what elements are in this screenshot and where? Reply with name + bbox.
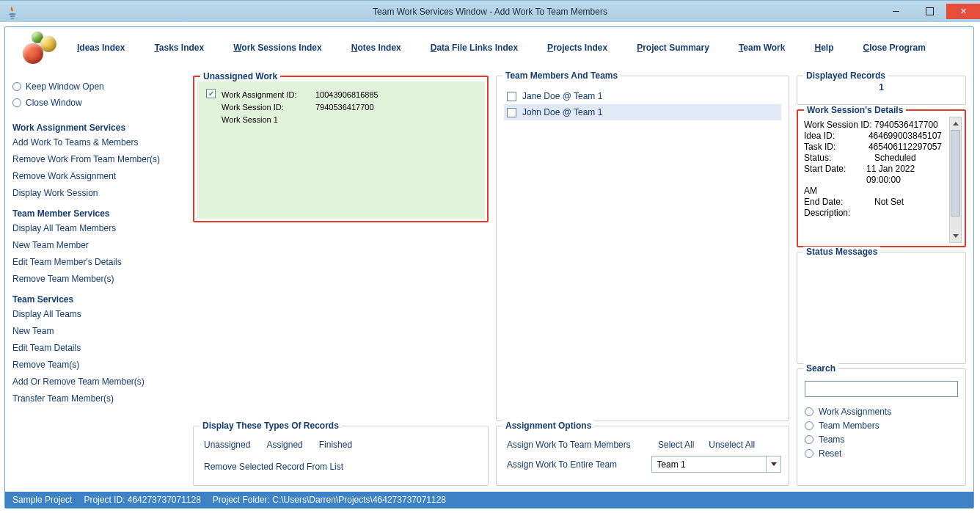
window-titlebar: Team Work Services Window - Add Work To …	[0, 0, 980, 22]
sidebar-link-display-all-team-members[interactable]: Display All Team Members	[12, 223, 186, 233]
sidebar-link-add-or-remove-team-member-s-[interactable]: Add Or Remove Team Member(s)	[12, 376, 186, 387]
status-bar: Sample Project Project ID: 4642737370711…	[5, 492, 973, 508]
menu-close-program[interactable]: Close Program	[863, 43, 925, 53]
filter-assigned[interactable]: Assigned	[266, 440, 302, 450]
menu-notes-index[interactable]: Notes Index	[351, 43, 401, 53]
remove-selected-record[interactable]: Remove Selected Record From List	[204, 462, 480, 472]
displayed-records-title: Displayed Records	[803, 70, 888, 81]
search-option-reset[interactable]: Reset	[805, 448, 958, 459]
work-item-text[interactable]: Work Assignment ID:10043906816885 Work S…	[222, 89, 379, 126]
displayed-records-panel: Displayed Records 1	[797, 76, 966, 105]
unassigned-work-panel: Unassigned Work ✔ Work Assignment ID:100…	[193, 76, 489, 222]
sidebar-link-remove-work-assignment[interactable]: Remove Work Assignment	[12, 171, 186, 181]
sidebar-link-new-team[interactable]: New Team	[12, 326, 186, 336]
team-member-name: John Doe @ Team 1	[522, 107, 602, 117]
close-window-label: Close Window	[26, 98, 82, 108]
status-messages-panel: Status Messages	[797, 252, 966, 364]
search-option-label: Work Assignments	[819, 407, 891, 417]
search-option-team-members[interactable]: Team Members	[805, 421, 958, 431]
sidebar-link-remove-team-member-s-[interactable]: Remove Team Member(s)	[12, 274, 186, 284]
search-option-label: Team Members	[819, 421, 880, 431]
team-members-panel: Team Members And Teams Jane Doe @ Team 1…	[496, 76, 789, 421]
display-types-title: Display These Types Of Records	[200, 421, 342, 431]
menu-project-summary[interactable]: Project Summary	[637, 43, 709, 53]
sidebar-link-remove-team-s-[interactable]: Remove Team(s)	[12, 360, 186, 370]
session-details-text: Work Session ID:7940536417700Idea ID:464…	[801, 117, 946, 243]
displayed-records-count: 1	[805, 82, 958, 92]
menu-ideas-index[interactable]: Ideas Index	[77, 43, 125, 53]
team-member-row[interactable]: John Doe @ Team 1	[504, 104, 781, 120]
assignment-options-panel: Assignment Options Assign Work To Team M…	[496, 426, 789, 486]
sidebar-link-edit-team-details[interactable]: Edit Team Details	[12, 343, 186, 353]
team-member-name: Jane Doe @ Team 1	[522, 91, 602, 101]
assignment-options-title: Assignment Options	[502, 421, 594, 431]
window-title: Team Work Services Window - Add Work To …	[0, 7, 980, 17]
sidebar-link-new-team-member[interactable]: New Team Member	[12, 240, 186, 250]
assign-to-team[interactable]: Assign Work To Entire Team	[507, 459, 637, 470]
team-select-value: Team 1	[652, 459, 766, 470]
select-all[interactable]: Select All	[658, 440, 694, 450]
radio-icon	[805, 407, 813, 416]
app-logo	[20, 30, 55, 65]
keep-window-open-label: Keep Window Open	[26, 81, 104, 92]
menu-projects-index[interactable]: Projects Index	[547, 43, 607, 53]
work-item-checkbox[interactable]: ✔	[206, 89, 216, 98]
search-option-work-assignments[interactable]: Work Assignments	[805, 407, 958, 417]
radio-icon	[805, 435, 813, 444]
filter-unassigned[interactable]: Unassigned	[204, 440, 250, 450]
sidebar: Keep Window Open Close Window Work Assig…	[12, 76, 186, 486]
status-messages-title: Status Messages	[803, 247, 880, 257]
assign-to-members[interactable]: Assign Work To Team Members	[507, 440, 643, 450]
chevron-down-icon[interactable]	[766, 456, 780, 472]
menu-help[interactable]: Help	[814, 43, 833, 53]
sidebar-link-remove-work-from-team-member-s-[interactable]: Remove Work From Team Member(s)	[12, 154, 186, 164]
team-members-title: Team Members And Teams	[502, 70, 621, 81]
status-project-folder: Project Folder: C:\Users\Darren\Projects…	[213, 495, 446, 505]
filter-finished[interactable]: Finished	[319, 440, 352, 450]
sidebar-link-display-work-session[interactable]: Display Work Session	[12, 188, 186, 198]
search-option-label: Teams	[819, 434, 844, 445]
scroll-up-icon[interactable]	[950, 117, 961, 130]
search-input[interactable]	[805, 381, 958, 397]
unassigned-work-title: Unassigned Work	[200, 71, 280, 81]
main-menubar: Ideas IndexTasks IndexWork Sessions Inde…	[5, 27, 973, 68]
search-panel: Search Work AssignmentsTeam MembersTeams…	[797, 368, 966, 486]
sidebar-heading: Team Services	[12, 294, 186, 305]
session-details-panel: Work Session's Details Work Session ID:7…	[797, 109, 966, 247]
menu-work-sessions-index[interactable]: Work Sessions Index	[233, 43, 322, 53]
scroll-thumb[interactable]	[951, 130, 960, 217]
keep-window-open-radio[interactable]: Keep Window Open	[12, 81, 186, 92]
team-member-checkbox[interactable]	[507, 92, 516, 101]
sidebar-link-transfer-team-member-s-[interactable]: Transfer Team Member(s)	[12, 393, 186, 404]
sidebar-heading: Team Member Services	[12, 208, 186, 219]
session-scrollbar[interactable]	[949, 117, 962, 243]
radio-icon	[805, 449, 813, 458]
search-title: Search	[803, 363, 838, 374]
status-project-name: Sample Project	[12, 495, 72, 505]
session-details-title: Work Session's Details	[804, 105, 906, 115]
status-project-id: Project ID: 464273737071128	[84, 495, 200, 505]
team-select[interactable]: Team 1	[651, 456, 781, 473]
sidebar-link-add-work-to-teams-members[interactable]: Add Work To Teams & Members	[12, 137, 186, 148]
radio-icon	[805, 421, 813, 430]
scroll-down-icon[interactable]	[950, 230, 961, 242]
menu-tasks-index[interactable]: Tasks Index	[154, 43, 204, 53]
search-option-label: Reset	[819, 448, 841, 459]
sidebar-heading: Work Assignment Services	[12, 123, 186, 133]
spacer	[193, 227, 489, 421]
team-member-row[interactable]: Jane Doe @ Team 1	[504, 88, 781, 104]
menu-team-work[interactable]: Team Work	[739, 43, 786, 53]
unselect-all[interactable]: Unselect All	[709, 440, 755, 450]
search-option-teams[interactable]: Teams	[805, 434, 958, 445]
team-member-checkbox[interactable]	[507, 108, 516, 117]
close-window-radio[interactable]: Close Window	[12, 98, 186, 108]
menu-data-file-links-index[interactable]: Data File Links Index	[431, 43, 518, 53]
sidebar-link-display-all-teams[interactable]: Display All Teams	[12, 309, 186, 319]
sidebar-link-edit-team-member-s-details[interactable]: Edit Team Member's Details	[12, 257, 186, 267]
display-types-panel: Display These Types Of Records Unassigne…	[193, 426, 489, 486]
